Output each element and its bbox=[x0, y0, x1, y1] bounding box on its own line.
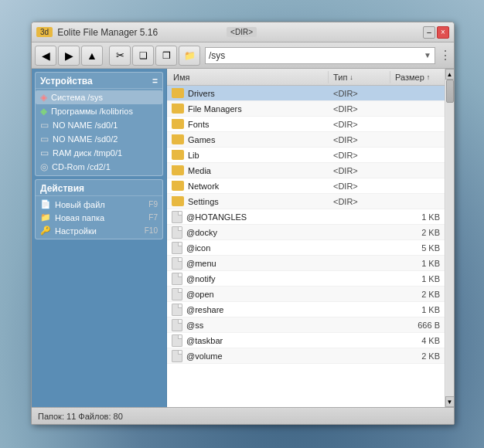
file-icon bbox=[172, 334, 182, 347]
scroll-thumb[interactable] bbox=[446, 80, 454, 103]
file-size-cell: 1 KB bbox=[390, 274, 445, 283]
action-settings-left: 🔑 Настройки bbox=[40, 226, 97, 236]
col-size-header[interactable]: Размер ↑ bbox=[390, 71, 445, 83]
up-button[interactable]: ▲ bbox=[81, 46, 103, 66]
copy-button[interactable]: ❑ bbox=[132, 46, 154, 66]
sidebar-item-sd01[interactable]: ▭ NO NAME /sd0/1 bbox=[36, 118, 162, 132]
file-name-cell: Fonts bbox=[167, 119, 329, 129]
file-name-cell: @volume bbox=[167, 350, 329, 362]
table-row[interactable]: @taskbar4 KB bbox=[167, 333, 445, 348]
main-area: Устройства = ◈ Система /sys ◆ Программы … bbox=[32, 69, 454, 407]
file-name-text: Fonts bbox=[188, 120, 210, 129]
sidebar-item-sys[interactable]: ◈ Система /sys bbox=[36, 90, 162, 104]
path-input[interactable]: /sys bbox=[209, 50, 424, 61]
title-controls: – × bbox=[423, 26, 449, 39]
title-bar: 3d Eolite File Manager 5.16 <DIR> – × bbox=[32, 22, 454, 42]
sidebar-item-sd02[interactable]: ▭ NO NAME /sd0/2 bbox=[36, 132, 162, 146]
settings-key: F10 bbox=[145, 226, 158, 235]
file-name-cell: @menu bbox=[167, 257, 329, 270]
file-name-text: Settings bbox=[188, 197, 219, 206]
file-name-cell: @ss bbox=[167, 319, 329, 331]
file-name-cell: @HOTANGLES bbox=[167, 211, 329, 223]
minimize-button[interactable]: – bbox=[423, 26, 435, 39]
table-row[interactable]: @reshare1 KB bbox=[167, 302, 445, 317]
back-button[interactable]: ◀ bbox=[35, 46, 56, 66]
sys-label: Система /sys bbox=[51, 93, 103, 102]
file-icon bbox=[172, 273, 182, 285]
table-row[interactable]: Drivers<DIR> bbox=[167, 86, 445, 101]
sidebar: Устройства = ◈ Система /sys ◆ Программы … bbox=[32, 69, 167, 407]
cd-icon: ◎ bbox=[40, 161, 48, 172]
table-row[interactable]: @HOTANGLES1 KB bbox=[167, 209, 445, 225]
file-size-cell: 2 KB bbox=[390, 351, 445, 361]
file-name-text: @notify bbox=[186, 274, 215, 283]
table-row[interactable]: Games<DIR> bbox=[167, 132, 445, 148]
file-icon bbox=[172, 211, 182, 223]
settings-label: Настройки bbox=[55, 226, 97, 236]
new-folder-button[interactable]: 📁 bbox=[179, 46, 200, 66]
col-type-label: Тип bbox=[333, 73, 347, 82]
file-name-cell: @taskbar bbox=[167, 334, 329, 347]
actions-header: Действия bbox=[36, 182, 162, 196]
disk2-icon: ▭ bbox=[40, 134, 49, 144]
col-name-label: Имя bbox=[173, 73, 189, 82]
close-button[interactable]: × bbox=[437, 26, 449, 39]
file-size-cell: 1 KB bbox=[390, 212, 445, 222]
table-row[interactable]: @notify1 KB bbox=[167, 271, 445, 287]
table-row[interactable]: @volume2 KB bbox=[167, 348, 445, 364]
status-bar: Папок: 11 Файлов: 80 bbox=[32, 407, 454, 424]
table-row[interactable]: @docky2 KB bbox=[167, 225, 445, 240]
file-type-cell: <DIR> bbox=[329, 104, 390, 114]
table-row[interactable]: @open2 KB bbox=[167, 287, 445, 302]
sidebar-item-kolibrios[interactable]: ◆ Программы /kolibrios bbox=[36, 104, 162, 118]
file-name-text: @reshare bbox=[186, 305, 223, 314]
cut-button[interactable]: ✂ bbox=[109, 46, 131, 66]
sidebar-item-ram[interactable]: ▭ RAM диск /tmp0/1 bbox=[36, 146, 162, 160]
file-name-cell: File Managers bbox=[167, 104, 329, 114]
file-type-cell: <DIR> bbox=[329, 120, 390, 129]
table-row[interactable]: Lib<DIR> bbox=[167, 148, 445, 163]
scroll-up-button[interactable]: ▲ bbox=[445, 69, 455, 80]
table-row[interactable]: Media<DIR> bbox=[167, 163, 445, 178]
path-dropdown-icon[interactable]: ▼ bbox=[424, 51, 431, 59]
sidebar-item-cd[interactable]: ◎ CD-Rom /cd2/1 bbox=[36, 160, 162, 174]
settings-icon: 🔑 bbox=[40, 226, 51, 236]
file-name-text: File Managers bbox=[188, 104, 242, 114]
file-panel-container: Имя Тип ↓ Размер ↑ Drivers<DIR>File Mana… bbox=[167, 69, 454, 407]
file-type-cell: <DIR> bbox=[329, 166, 390, 175]
col-type-header[interactable]: Тип ↓ bbox=[329, 71, 390, 83]
action-settings[interactable]: 🔑 Настройки F10 bbox=[36, 224, 162, 237]
scroll-down-button[interactable]: ▼ bbox=[445, 396, 455, 407]
folder-icon bbox=[172, 119, 184, 129]
table-row[interactable]: File Managers<DIR> bbox=[167, 101, 445, 117]
file-type-cell: <DIR> bbox=[329, 197, 390, 206]
file-type-cell: <DIR> bbox=[329, 89, 390, 98]
table-row[interactable]: Settings<DIR> bbox=[167, 194, 445, 209]
file-size-cell: 1 KB bbox=[390, 305, 445, 314]
disk1-label: NO NAME /sd0/1 bbox=[53, 120, 118, 130]
path-box[interactable]: /sys ▼ bbox=[205, 47, 435, 64]
forward-button[interactable]: ▶ bbox=[58, 46, 80, 66]
file-size-cell: 666 B bbox=[390, 321, 445, 330]
window-title: Eolite File Manager 5.16 bbox=[57, 27, 223, 38]
folder-icon bbox=[172, 104, 184, 114]
table-row[interactable]: @ss666 B bbox=[167, 317, 445, 333]
col-name-header[interactable]: Имя bbox=[167, 71, 329, 83]
main-window: 3d Eolite File Manager 5.16 <DIR> – × ◀ … bbox=[31, 22, 455, 425]
more-button[interactable]: ⋮ bbox=[440, 46, 451, 66]
folder-icon bbox=[172, 134, 184, 144]
file-type-cell: <DIR> bbox=[329, 135, 390, 144]
ram-label: RAM диск /tmp0/1 bbox=[53, 148, 122, 158]
paste-icon: ❒ bbox=[162, 50, 171, 61]
paste-button[interactable]: ❒ bbox=[155, 46, 177, 66]
file-list: Drivers<DIR>File Managers<DIR>Fonts<DIR>… bbox=[167, 86, 445, 407]
action-new-folder[interactable]: 📁 Новая папка F7 bbox=[36, 211, 162, 224]
table-row[interactable]: Fonts<DIR> bbox=[167, 117, 445, 132]
file-name-cell: Drivers bbox=[167, 88, 329, 98]
table-row[interactable]: @menu1 KB bbox=[167, 256, 445, 271]
table-row[interactable]: @icon5 KB bbox=[167, 240, 445, 256]
table-row[interactable]: Network<DIR> bbox=[167, 178, 445, 194]
action-new-file[interactable]: 📄 Новый файл F9 bbox=[36, 198, 162, 211]
disk1-icon: ▭ bbox=[40, 120, 49, 131]
sys-icon: ◈ bbox=[40, 92, 47, 103]
